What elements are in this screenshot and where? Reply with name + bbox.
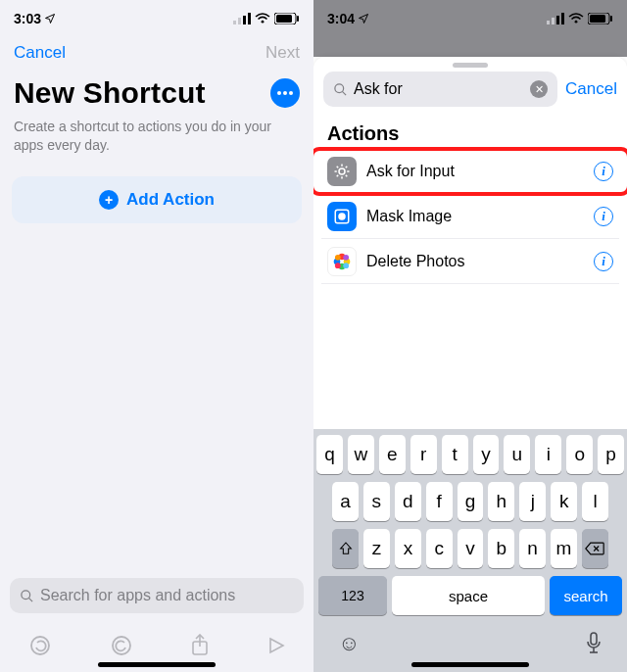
- key-p[interactable]: p: [598, 435, 624, 474]
- wifi-icon: [568, 13, 584, 24]
- svg-rect-21: [561, 13, 564, 24]
- svg-rect-7: [297, 16, 299, 22]
- key-z[interactable]: z: [363, 529, 390, 568]
- home-indicator: [98, 662, 216, 667]
- battery-icon: [274, 13, 300, 24]
- svg-line-12: [28, 598, 32, 601]
- svg-rect-20: [556, 16, 559, 24]
- signal-icon: [233, 13, 251, 24]
- action-label: Delete Photos: [366, 253, 594, 270]
- key-m[interactable]: m: [551, 529, 577, 568]
- svg-marker-17: [270, 639, 283, 652]
- key-f[interactable]: f: [426, 482, 453, 521]
- svg-point-11: [22, 590, 30, 599]
- ellipsis-icon: [277, 91, 293, 95]
- redo-icon[interactable]: [110, 634, 133, 657]
- numbers-key[interactable]: 123: [318, 576, 387, 615]
- actions-list: Ask for Input i Mask Image i Delete Phot…: [314, 149, 627, 284]
- backspace-key[interactable]: [582, 529, 608, 568]
- key-x[interactable]: x: [395, 529, 421, 568]
- action-row-ask-for-input[interactable]: Ask for Input i: [321, 149, 619, 194]
- actions-heading: Actions: [314, 115, 627, 149]
- keyboard-row-3: zxcvbnm: [316, 529, 624, 568]
- add-action-label: Add Action: [126, 190, 215, 210]
- key-k[interactable]: k: [551, 482, 577, 521]
- key-v[interactable]: v: [458, 529, 484, 568]
- wifi-icon: [255, 13, 270, 24]
- keyboard: qwertyuiop asdfghjkl zxcvbnm 123 space s…: [314, 429, 627, 672]
- action-label: Mask Image: [366, 208, 594, 225]
- action-row-delete-photos[interactable]: Delete Photos i: [321, 239, 619, 284]
- space-key[interactable]: space: [392, 576, 545, 615]
- svg-point-9: [283, 91, 287, 95]
- key-l[interactable]: l: [582, 482, 608, 521]
- subtitle: Create a shortcut to actions you do in y…: [0, 116, 314, 170]
- left-phone: 3:03 Cancel Next New Shortcut Create a s…: [0, 0, 314, 672]
- svg-rect-1: [238, 18, 241, 24]
- status-bar: 3:03: [0, 0, 314, 37]
- key-d[interactable]: d: [395, 482, 421, 521]
- info-button[interactable]: i: [594, 162, 613, 181]
- info-button[interactable]: i: [594, 207, 613, 226]
- key-r[interactable]: r: [410, 435, 437, 474]
- mask-icon: [327, 202, 357, 231]
- key-g[interactable]: g: [458, 482, 484, 521]
- key-t[interactable]: t: [442, 435, 468, 474]
- svg-rect-2: [243, 16, 246, 24]
- svg-point-22: [575, 21, 578, 24]
- undo-icon[interactable]: [28, 634, 52, 657]
- cancel-button[interactable]: Cancel: [14, 43, 66, 63]
- search-placeholder: Search for apps and actions: [40, 587, 294, 604]
- signal-icon: [547, 13, 564, 24]
- svg-point-37: [343, 263, 349, 268]
- search-key[interactable]: search: [550, 576, 622, 615]
- page-title: New Shortcut: [14, 76, 206, 110]
- status-time: 3:03: [14, 11, 41, 26]
- next-button[interactable]: Next: [265, 43, 300, 63]
- svg-rect-24: [590, 15, 605, 23]
- key-q[interactable]: q: [316, 435, 343, 474]
- svg-rect-6: [276, 15, 292, 23]
- action-row-mask-image[interactable]: Mask Image i: [321, 194, 619, 239]
- status-bar: 3:04: [314, 0, 627, 37]
- key-n[interactable]: n: [519, 529, 546, 568]
- photos-icon: [327, 247, 357, 276]
- info-button[interactable]: i: [594, 252, 613, 271]
- action-label: Ask for Input: [366, 163, 594, 180]
- right-phone: 3:04 Ask for ✕ Cancel Actions: [314, 0, 627, 672]
- clear-search-button[interactable]: ✕: [530, 80, 548, 98]
- key-b[interactable]: b: [488, 529, 514, 568]
- key-c[interactable]: c: [426, 529, 453, 568]
- plus-icon: +: [99, 190, 119, 210]
- key-w[interactable]: w: [348, 435, 374, 474]
- dictation-key[interactable]: [585, 632, 603, 655]
- cancel-search-button[interactable]: Cancel: [565, 79, 617, 99]
- add-action-button[interactable]: + Add Action: [12, 176, 302, 223]
- key-u[interactable]: u: [504, 435, 530, 474]
- bottom-search[interactable]: Search for apps and actions: [10, 578, 304, 613]
- key-e[interactable]: e: [379, 435, 406, 474]
- battery-icon: [588, 13, 613, 24]
- key-o[interactable]: o: [566, 435, 593, 474]
- key-s[interactable]: s: [363, 482, 390, 521]
- key-a[interactable]: a: [332, 482, 359, 521]
- location-icon: [358, 13, 369, 24]
- sheet-grabber[interactable]: [453, 63, 488, 68]
- search-icon: [333, 82, 348, 97]
- svg-point-8: [277, 91, 281, 95]
- svg-point-26: [335, 83, 344, 92]
- share-icon[interactable]: [190, 634, 210, 657]
- key-i[interactable]: i: [535, 435, 561, 474]
- shift-key[interactable]: [332, 529, 359, 568]
- key-h[interactable]: h: [488, 482, 514, 521]
- search-value: Ask for: [354, 80, 403, 98]
- nav-bar: Cancel Next: [0, 37, 314, 69]
- more-button[interactable]: [270, 78, 300, 108]
- play-icon[interactable]: [267, 637, 285, 654]
- key-y[interactable]: y: [473, 435, 500, 474]
- key-j[interactable]: j: [519, 482, 546, 521]
- emoji-key[interactable]: ☺: [338, 631, 360, 656]
- action-search-input[interactable]: Ask for ✕: [323, 72, 557, 107]
- status-right: [233, 13, 300, 24]
- svg-point-4: [262, 21, 265, 24]
